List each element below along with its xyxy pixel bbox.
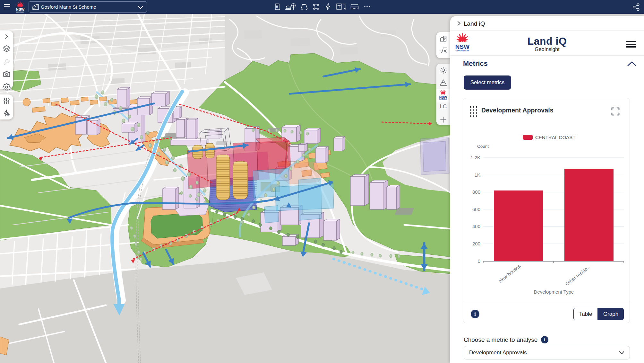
svg-text:1K: 1K: [475, 172, 480, 178]
svg-text:1.2K: 1.2K: [470, 155, 480, 160]
svg-text:Other reside…: Other reside…: [564, 263, 592, 287]
svg-text:200: 200: [472, 241, 480, 246]
svg-text:New houses: New houses: [497, 263, 522, 284]
svg-text:Development Type: Development Type: [534, 289, 574, 295]
svg-text:600: 600: [472, 207, 480, 212]
svg-text:NSW: NSW: [439, 95, 447, 99]
svg-text:800: 800: [472, 189, 480, 195]
svg-text:GOVERNMENT: GOVERNMENT: [16, 12, 25, 13]
svg-text:0: 0: [478, 258, 480, 264]
svg-text:NSW: NSW: [16, 7, 25, 11]
svg-text:GOVERNMENT: GOVERNMENT: [439, 99, 447, 101]
svg-text:400: 400: [472, 224, 480, 229]
